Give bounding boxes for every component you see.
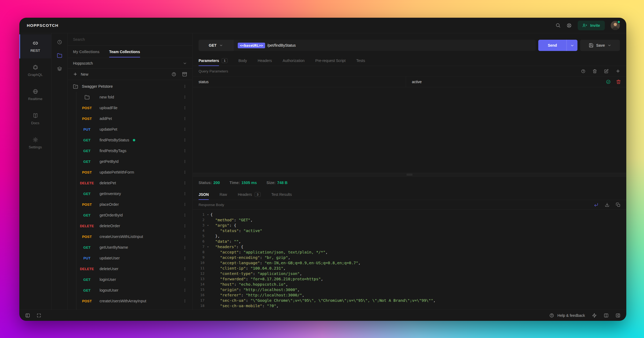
tab-pre-request-script[interactable]: Pre-request Script xyxy=(315,55,346,66)
request-menu-button[interactable] xyxy=(183,256,187,260)
send-options-button[interactable] xyxy=(567,43,577,47)
request-menu-button[interactable] xyxy=(183,159,187,164)
params-add-button[interactable] xyxy=(616,69,620,74)
param-value-input[interactable]: active xyxy=(406,76,606,87)
request-menu-button[interactable] xyxy=(183,192,187,196)
collapse-right-panel-button[interactable] xyxy=(616,313,620,318)
invite-button[interactable]: Invite xyxy=(578,21,605,30)
collections-help-button[interactable] xyxy=(171,72,176,77)
request-menu-button[interactable] xyxy=(183,95,187,99)
tab-headers[interactable]: Headers xyxy=(258,55,272,66)
expand-window-button[interactable] xyxy=(36,313,41,318)
nav-rest[interactable]: REST xyxy=(19,34,51,58)
tab-tests[interactable]: Tests xyxy=(356,55,365,66)
request-row[interactable]: GETgetInventory xyxy=(76,188,192,199)
request-row[interactable]: GETloginUser xyxy=(76,274,192,285)
request-menu-button[interactable] xyxy=(183,127,187,131)
download-response-button[interactable] xyxy=(605,203,609,207)
tab-test-results[interactable]: Test Results xyxy=(271,189,292,200)
shortcuts-button[interactable] xyxy=(592,313,597,318)
response-body-editor[interactable]: 1▾{2"method": "GET",3▾"args": {4"status"… xyxy=(193,210,626,310)
tab-raw[interactable]: Raw xyxy=(219,189,227,200)
request-row[interactable]: GETgetUserByName xyxy=(76,242,192,253)
copy-response-button[interactable] xyxy=(616,203,620,207)
url-input[interactable]: <<baseURL>> /pet/findByStatus xyxy=(233,40,536,51)
request-menu-button[interactable] xyxy=(183,213,187,217)
request-menu-button[interactable] xyxy=(183,116,187,121)
tab-json[interactable]: JSON xyxy=(199,189,209,200)
request-menu-button[interactable] xyxy=(183,170,187,174)
request-menu-button[interactable] xyxy=(183,288,187,292)
request-row[interactable]: POSTplaceOrder xyxy=(76,199,192,210)
request-row[interactable]: GETfindPetsByTags xyxy=(76,145,192,156)
tab-parameters[interactable]: Parameters1 xyxy=(199,55,228,66)
toggle-columns-button[interactable] xyxy=(604,313,609,318)
wrap-lines-button[interactable] xyxy=(594,203,598,207)
request-menu-button[interactable] xyxy=(183,202,187,207)
collection-row[interactable]: Swagger Petstore xyxy=(68,81,192,92)
request-row[interactable]: POSTuploadFile xyxy=(76,102,192,113)
request-menu-button[interactable] xyxy=(183,106,187,110)
request-row[interactable]: POSTcreateUsersWithListInput xyxy=(76,231,192,242)
request-menu-button[interactable] xyxy=(183,277,187,282)
request-row[interactable]: PUTupdatePet xyxy=(76,124,192,135)
support-button[interactable] xyxy=(566,23,572,28)
request-row[interactable]: GETgetOrderById xyxy=(76,210,192,221)
toggle-sidebar-button[interactable] xyxy=(25,313,30,318)
method-selector[interactable]: GET xyxy=(199,40,233,51)
request-menu-button[interactable] xyxy=(183,138,187,142)
request-row[interactable]: DELETEdeleteUser xyxy=(76,263,192,274)
request-row[interactable]: DELETEdeletePet xyxy=(76,178,192,188)
nav-docs[interactable]: Docs xyxy=(19,107,51,131)
request-row[interactable]: GETgetPetById xyxy=(76,156,192,167)
param-key-input[interactable]: status xyxy=(193,76,406,87)
environments-tab-button[interactable] xyxy=(52,62,67,76)
new-collection-button[interactable]: New xyxy=(73,72,88,76)
request-menu-button[interactable] xyxy=(183,245,187,249)
base-url-token: <<baseURL>> xyxy=(238,43,265,48)
request-menu-button[interactable] xyxy=(183,149,187,153)
folder-row[interactable]: new fold xyxy=(76,92,192,102)
request-row[interactable]: POSTcreateUsersWithArrayInput xyxy=(76,296,192,306)
global-search-button[interactable] xyxy=(555,23,561,28)
request-row[interactable]: GETlogoutUser xyxy=(76,285,192,296)
request-row[interactable]: GETfindPetsByStatus xyxy=(76,135,192,145)
request-row[interactable]: POSTupdatePetWithForm xyxy=(76,167,192,178)
params-clear-all-button[interactable] xyxy=(592,69,597,74)
help-feedback-button[interactable]: Help & feedback xyxy=(549,313,585,318)
request-row[interactable]: PUTupdateUser xyxy=(76,253,192,263)
nav-graphql[interactable]: GraphQL xyxy=(19,58,51,83)
collections-tab-button[interactable] xyxy=(52,49,67,62)
tab-my-collections[interactable]: My Collections xyxy=(73,46,100,58)
request-menu-button[interactable] xyxy=(183,234,187,239)
request-row[interactable]: GETUntitled request xyxy=(76,306,192,310)
history-tab-button[interactable] xyxy=(52,35,67,49)
send-button[interactable]: Send xyxy=(538,40,577,51)
tab-authorization[interactable]: Authorization xyxy=(283,55,305,66)
fold-arrow-icon[interactable]: ▾ xyxy=(206,244,210,249)
tab-body[interactable]: Body xyxy=(238,55,247,66)
fold-arrow-icon[interactable]: ▾ xyxy=(206,223,210,228)
pane-splitter[interactable] xyxy=(193,173,626,177)
collections-search-input[interactable] xyxy=(73,37,187,42)
tab-headers[interactable]: Headers3 xyxy=(238,189,261,200)
request-row[interactable]: POSTaddPet xyxy=(76,113,192,124)
request-menu-button[interactable] xyxy=(183,224,187,228)
request-menu-button[interactable] xyxy=(183,267,187,271)
param-active-toggle[interactable] xyxy=(606,79,611,84)
tab-team-collections[interactable]: Team Collections xyxy=(109,46,140,58)
params-help-button[interactable] xyxy=(581,69,586,74)
nav-settings[interactable]: Settings xyxy=(19,131,51,155)
request-row[interactable]: DELETEdeleteOrder xyxy=(76,221,192,231)
params-bulk-edit-button[interactable] xyxy=(604,69,609,74)
user-avatar[interactable] xyxy=(611,21,620,30)
save-button[interactable]: Save xyxy=(580,40,620,51)
team-selector[interactable]: Hoppscotch xyxy=(68,58,192,69)
request-menu-button[interactable] xyxy=(183,299,187,303)
import-export-button[interactable] xyxy=(182,72,187,77)
request-menu-button[interactable] xyxy=(183,181,187,185)
nav-realtime[interactable]: Realtime xyxy=(19,83,51,107)
collection-menu-button[interactable] xyxy=(183,84,187,89)
fold-arrow-icon[interactable]: ▾ xyxy=(206,212,210,217)
param-delete-button[interactable] xyxy=(616,79,621,84)
